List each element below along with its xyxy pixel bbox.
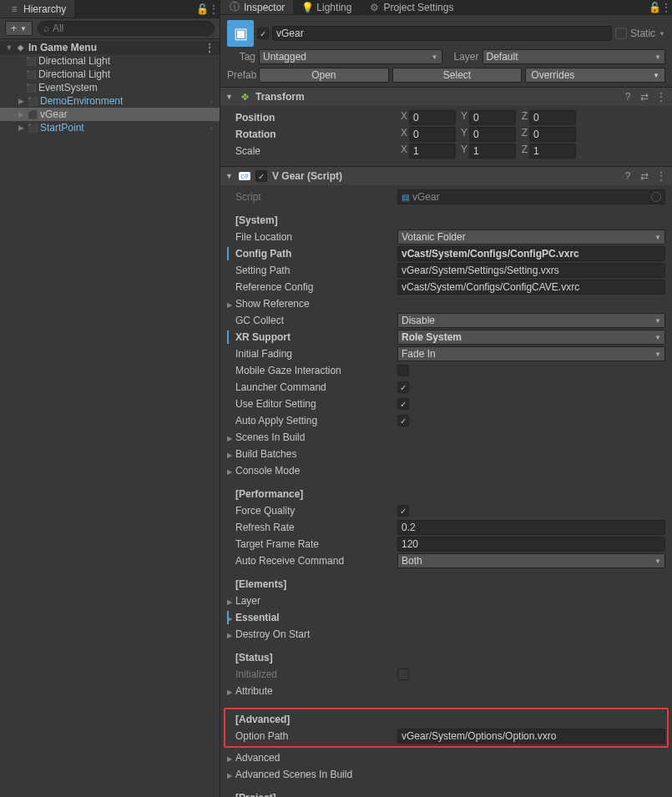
rot-y-field[interactable]: 0 xyxy=(469,127,516,142)
active-checkbox[interactable]: ✓ xyxy=(257,28,269,39)
enable-checkbox[interactable]: ✓ xyxy=(255,170,267,182)
name-field[interactable]: vGear xyxy=(272,26,612,41)
tab-inspector[interactable]: ⓘ Inspector xyxy=(220,0,293,14)
apply-checkbox[interactable]: ✓ xyxy=(397,415,409,426)
vgear-header[interactable]: ▼ c# ✓ V Gear (Script) ? ⇄ ⋮ xyxy=(220,167,672,185)
tree-row[interactable]: ▶ ⬛ StartPoint › xyxy=(0,121,220,134)
batches-label[interactable]: ▶Build Batches xyxy=(227,448,394,460)
menu-icon[interactable]: ⋮ xyxy=(655,91,667,103)
tag-dropdown[interactable]: Untagged▼ xyxy=(259,49,442,64)
chevron-right-icon[interactable]: › xyxy=(210,97,216,106)
refresh-field[interactable]: 0.2 xyxy=(397,520,665,535)
pos-x-field[interactable]: 0 xyxy=(409,110,456,125)
auto-rec-label: Auto Receive Command xyxy=(227,555,394,567)
config-path-field[interactable]: vCast/System/Configs/ConfigPC.vxrc xyxy=(397,246,665,261)
gameobject-icon: ⬛ xyxy=(25,83,37,93)
force-q-label: Force Quality xyxy=(227,505,394,517)
item-label: vGear xyxy=(40,108,68,120)
gaze-checkbox[interactable] xyxy=(397,365,409,376)
object-picker-icon[interactable] xyxy=(651,192,661,202)
chevron-down-icon[interactable]: ▼ xyxy=(659,30,665,38)
scene-row[interactable]: ▼ ⯁ In Game Menu ⋮ xyxy=(0,41,220,54)
lock-icon[interactable]: 🔓 xyxy=(649,2,660,13)
foldout-icon[interactable]: ▶ xyxy=(17,97,25,105)
ref-config-field[interactable]: vCast/System/Configs/ConfigCAVE.vxrc xyxy=(397,280,665,295)
search-icon: ⌕ xyxy=(43,23,49,34)
editor-checkbox[interactable]: ✓ xyxy=(397,398,409,410)
prefab-open-button[interactable]: Open xyxy=(259,68,389,83)
tree-row[interactable]: ⬛ Directional Light xyxy=(0,68,220,81)
tree-row[interactable]: ▶ ⬛ DemoEnvironment › xyxy=(0,94,220,108)
static-checkbox[interactable] xyxy=(615,28,627,39)
file-location-dropdown[interactable]: Votanic Folder▼ xyxy=(397,230,665,245)
chevron-down-icon: ▼ xyxy=(654,557,661,565)
create-button[interactable]: + ▼ xyxy=(5,21,33,36)
option-path-field[interactable]: vGear/System/Options/Option.vxro xyxy=(397,729,665,744)
essential-label[interactable]: ▶Essential xyxy=(227,612,394,623)
target-fr-field[interactable]: 120 xyxy=(397,537,665,552)
lock-icon[interactable]: 🔓 xyxy=(196,3,208,15)
help-icon[interactable]: ? xyxy=(622,170,634,182)
position-label: Position xyxy=(227,112,394,124)
section-performance: [Performance] xyxy=(227,488,394,500)
adv-scenes-label[interactable]: ▶Advanced Scenes In Build xyxy=(227,769,352,780)
unity-icon: ⯁ xyxy=(15,43,27,53)
foldout-icon[interactable]: ▶ xyxy=(17,124,25,132)
layer-fold-label[interactable]: ▶Layer xyxy=(227,595,394,607)
scene-menu-icon[interactable]: ⋮ xyxy=(203,42,216,53)
menu-icon[interactable]: ⋮ xyxy=(655,170,667,182)
section-advanced: [Advanced] xyxy=(227,714,394,725)
gc-dropdown[interactable]: Disable▼ xyxy=(397,313,665,328)
panel-menu-icon[interactable]: ⋮ xyxy=(660,2,672,13)
destroy-label[interactable]: ▶Destroy On Start xyxy=(227,628,394,640)
xr-dropdown[interactable]: Role System▼ xyxy=(397,330,665,345)
scale-y-field[interactable]: 1 xyxy=(469,144,516,159)
plus-icon: + xyxy=(11,23,17,34)
pos-z-field[interactable]: 0 xyxy=(529,110,576,125)
attribute-label[interactable]: ▶Attribute xyxy=(227,685,394,697)
console-label[interactable]: ▶Console Mode xyxy=(227,465,394,477)
advanced-label[interactable]: ▶Advanced xyxy=(227,752,394,764)
chevron-right-icon[interactable]: › xyxy=(210,110,216,119)
tab-inspector-label: Inspector xyxy=(244,2,285,13)
script-object-field[interactable]: ▤vGear xyxy=(397,189,665,204)
launcher-checkbox[interactable]: ✓ xyxy=(397,381,409,393)
foldout-icon[interactable]: ▶ xyxy=(17,110,25,119)
auto-rec-dropdown[interactable]: Both▼ xyxy=(397,553,665,568)
chevron-down-icon: ▼ xyxy=(654,53,661,61)
rot-z-field[interactable]: 0 xyxy=(529,127,576,142)
tab-project-settings[interactable]: ⚙ Project Settings xyxy=(360,0,462,14)
search-input[interactable]: ⌕ All xyxy=(38,21,215,36)
help-icon[interactable]: ? xyxy=(622,91,634,103)
tree-row[interactable]: ⬛ EventSystem xyxy=(0,81,220,94)
pos-y-field[interactable]: 0 xyxy=(469,110,516,125)
tab-lighting[interactable]: 💡 Lighting xyxy=(293,0,360,14)
prefab-select-button[interactable]: Select xyxy=(392,68,523,83)
script-icon: c# xyxy=(239,172,250,180)
info-icon: ⓘ xyxy=(229,0,240,14)
force-q-checkbox[interactable]: ✓ xyxy=(397,505,409,517)
prefab-overrides-button[interactable]: Overrides▼ xyxy=(525,68,665,83)
tree-row[interactable]: ⬛ Directional Light xyxy=(0,54,220,68)
fade-dropdown[interactable]: Fade In▼ xyxy=(397,346,665,361)
foldout-icon[interactable]: ▼ xyxy=(5,43,13,52)
scenes-label[interactable]: ▶Scenes In Build xyxy=(227,431,394,443)
scale-z-field[interactable]: 1 xyxy=(529,144,576,159)
preset-icon[interactable]: ⇄ xyxy=(639,170,650,182)
chevron-down-icon: ▼ xyxy=(432,53,438,61)
ref-config-label: Reference Config xyxy=(227,281,394,293)
setting-path-field[interactable]: vGear/System/Settings/Setting.vxrs xyxy=(397,263,665,278)
preset-icon[interactable]: ⇄ xyxy=(639,91,650,103)
layer-dropdown[interactable]: Default▼ xyxy=(483,49,666,64)
tab-hierarchy[interactable]: ≡ Hierarchy xyxy=(0,0,74,18)
highlight-box: [Advanced] Option PathvGear/System/Optio… xyxy=(224,708,669,748)
item-label: Directional Light xyxy=(38,55,110,67)
transform-header[interactable]: ▼ ✥ Transform ? ⇄ ⋮ xyxy=(220,88,672,106)
file-location-label: File Location xyxy=(227,231,394,243)
apply-label: Auto Apply Setting xyxy=(227,415,394,426)
tree-row[interactable]: ▶ ⬛ vGear › xyxy=(0,108,220,121)
panel-menu-icon[interactable]: ⋮ xyxy=(208,3,220,15)
scale-x-field[interactable]: 1 xyxy=(409,144,456,159)
rot-x-field[interactable]: 0 xyxy=(409,127,456,142)
chevron-right-icon[interactable]: › xyxy=(210,124,216,133)
